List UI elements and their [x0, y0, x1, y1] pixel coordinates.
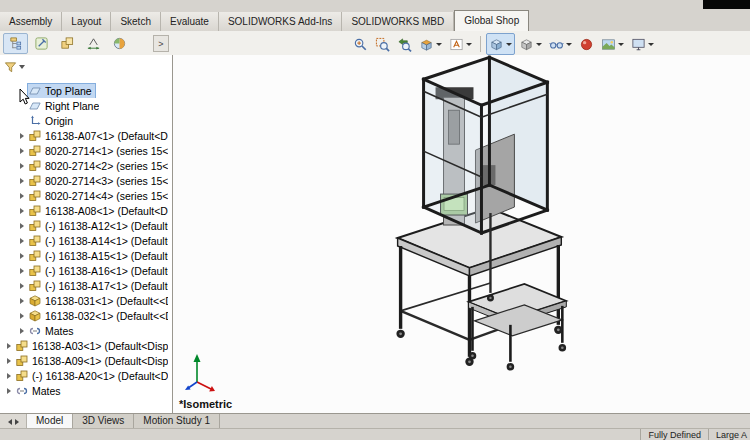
tab-scroll-right-icon[interactable]	[15, 419, 19, 425]
tree-item[interactable]: 8020-2714<4> (series 15<Disp	[0, 188, 172, 203]
display-style-button[interactable]	[516, 33, 545, 55]
part-icon	[29, 310, 42, 322]
assembly-icon	[29, 235, 42, 247]
status-bar: Fully Defined Large A	[0, 428, 750, 440]
command-tab-assembly[interactable]: Assembly	[0, 12, 62, 31]
section-view-icon	[419, 37, 434, 52]
command-tab-solidworks-add-ins[interactable]: SOLIDWORKS Add-Ins	[219, 12, 342, 31]
command-tab-layout[interactable]: Layout	[62, 12, 111, 31]
tree-item-label: 8020-2714<2> (series 15<Disp	[45, 160, 168, 172]
titlebar-strip	[0, 0, 750, 10]
tree-item[interactable]: 16138-A07<1> (Default<Displa	[0, 128, 172, 143]
tree-item[interactable]: (-) 16138-A20<1> (Default<Display	[0, 368, 172, 383]
window-corner-overlay	[703, 0, 750, 9]
command-tab-evaluate[interactable]: Evaluate	[161, 12, 219, 31]
tab-scroll-left-icon[interactable]	[8, 419, 12, 425]
hide-show-items-button[interactable]	[546, 33, 575, 55]
dimxpertmanager-tab[interactable]	[81, 33, 106, 54]
expand-arrow-icon[interactable]	[4, 358, 14, 364]
expand-arrow-icon[interactable]	[17, 328, 27, 334]
tree-item-label: Mates	[32, 385, 61, 397]
zoom-to-area-button[interactable]	[372, 33, 393, 55]
bottom-tab-motion-study-1[interactable]: Motion Study 1	[134, 414, 220, 429]
previous-view-button[interactable]	[394, 33, 415, 55]
expand-arrow-icon[interactable]	[17, 298, 27, 304]
assembly-icon	[29, 265, 42, 277]
filter-dropdown-arrow-icon[interactable]	[19, 65, 25, 69]
tree-item[interactable]: (-) 16138-A16<1> (Default<Di	[0, 263, 172, 278]
assembly-icon	[29, 145, 42, 157]
apply-scene-button[interactable]	[598, 33, 627, 55]
propertymanager-tab[interactable]	[29, 33, 54, 54]
panel-expand-chevron[interactable]: >	[153, 35, 169, 52]
expand-arrow-icon[interactable]	[17, 313, 27, 319]
tree-item[interactable]: 16138-031<1> (Default<<Defa	[0, 293, 172, 308]
expand-arrow-icon[interactable]	[17, 148, 27, 154]
graphics-area[interactable]: *Isometric	[173, 55, 750, 414]
tree-item-label: 8020-2714<3> (series 15<Disp	[45, 175, 168, 187]
tree-item[interactable]: 8020-2714<3> (series 15<Disp	[0, 173, 172, 188]
tree-item-label: 16138-032<1> (Default<<Defa	[45, 310, 168, 322]
tree-item-label: 16138-A07<1> (Default<Displa	[45, 130, 168, 142]
tree-item-content: 16138-A09<1> (Default<Display St	[14, 353, 172, 368]
view-orientation-button[interactable]	[486, 33, 515, 55]
displaymanager-icon	[112, 36, 127, 51]
expand-arrow-icon[interactable]	[4, 388, 14, 394]
expand-arrow-icon[interactable]	[4, 343, 14, 349]
tree-item[interactable]: (-) 16138-A17<1> (Default<Di	[0, 278, 172, 293]
expand-arrow-icon[interactable]	[17, 268, 27, 274]
tree-item[interactable]: Right Plane	[0, 98, 172, 113]
command-tab-global-shop[interactable]: Global Shop	[454, 10, 529, 32]
edit-appearance-icon	[579, 37, 594, 52]
tab-scroll-buttons[interactable]	[0, 414, 27, 429]
tree-item-label: Top Plane	[45, 85, 92, 97]
tree-item[interactable]: 8020-2714<2> (series 15<Disp	[0, 158, 172, 173]
edit-appearance-button[interactable]	[576, 33, 597, 55]
tree-item[interactable]: Mates	[0, 383, 172, 398]
zoom-to-fit-button[interactable]	[350, 33, 371, 55]
mates-icon	[16, 385, 29, 397]
expand-arrow-icon[interactable]	[17, 238, 27, 244]
tree-item-content: Mates	[14, 383, 65, 398]
heads-up-toolbar	[350, 33, 657, 55]
configurationmanager-tab[interactable]	[55, 33, 80, 54]
tree-item[interactable]: Origin	[0, 113, 172, 128]
expand-arrow-icon[interactable]	[17, 283, 27, 289]
section-view-button[interactable]	[416, 33, 445, 55]
expand-arrow-icon[interactable]	[17, 223, 27, 229]
origin-icon	[29, 115, 42, 127]
tree-item[interactable]: (-) 16138-A12<1> (Default<Di	[0, 218, 172, 233]
assembly-icon	[29, 205, 42, 217]
dynamic-annotation-views-button[interactable]	[446, 33, 475, 55]
command-tab-sketch[interactable]: Sketch	[111, 12, 161, 31]
assembly-icon	[29, 130, 42, 142]
tree-item[interactable]: 16138-A09<1> (Default<Display St	[0, 353, 172, 368]
tree-item-content: 16138-A08<1> (Default<Defau	[27, 203, 172, 218]
filter-funnel-icon[interactable]	[4, 61, 17, 74]
tree-item[interactable]: Mates	[0, 323, 172, 338]
expand-arrow-icon[interactable]	[17, 208, 27, 214]
tree-item[interactable]: 16138-032<1> (Default<<Defa	[0, 308, 172, 323]
displaymanager-tab[interactable]	[107, 33, 132, 54]
expand-triangle	[7, 388, 11, 394]
tree-item[interactable]: 8020-2714<1> (series 15<Disp	[0, 143, 172, 158]
command-tab-solidworks-mbd[interactable]: SOLIDWORKS MBD	[342, 12, 454, 31]
expand-arrow-icon[interactable]	[4, 373, 14, 379]
expand-arrow-icon[interactable]	[17, 133, 27, 139]
assembly-model-3d[interactable]	[173, 55, 750, 414]
featuremanager-design-tree-tab[interactable]	[3, 33, 28, 54]
tree-item[interactable]: 16138-A03<1> (Default<Display St	[0, 338, 172, 353]
view-settings-button[interactable]	[628, 33, 657, 55]
expand-arrow-icon[interactable]	[17, 163, 27, 169]
expand-arrow-icon[interactable]	[17, 253, 27, 259]
tree-item[interactable]: 16138-A08<1> (Default<Defau	[0, 203, 172, 218]
expand-arrow-icon[interactable]	[17, 193, 27, 199]
expand-arrow-icon[interactable]	[17, 178, 27, 184]
expand-triangle	[20, 193, 24, 199]
bottom-tab-model[interactable]: Model	[27, 414, 73, 429]
tree-item[interactable]: (-) 16138-A15<1> (Default<Di	[0, 248, 172, 263]
tree-item[interactable]: (-) 16138-A14<1> (Default<Di	[0, 233, 172, 248]
bottom-tab-3d-views[interactable]: 3D Views	[73, 414, 134, 429]
tree-item[interactable]: Top Plane	[0, 83, 172, 98]
tree-item-content: 8020-2714<3> (series 15<Disp	[27, 173, 172, 188]
